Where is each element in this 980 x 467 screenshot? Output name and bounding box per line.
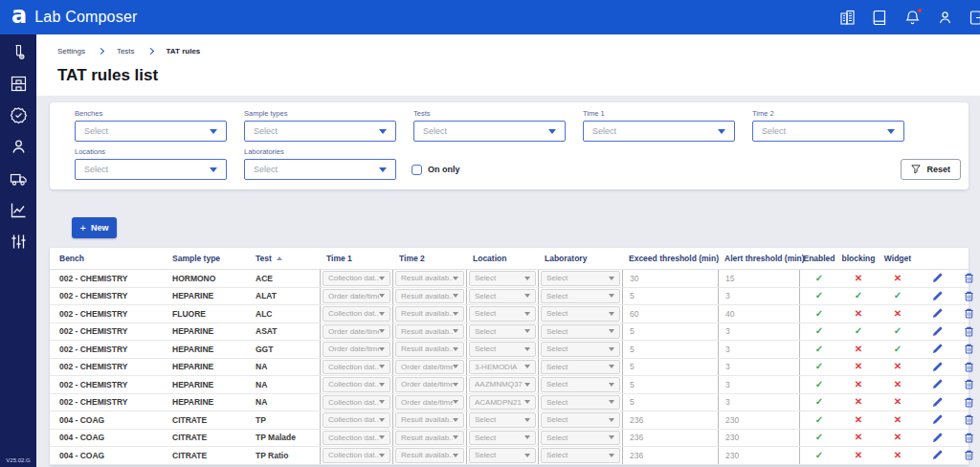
enabled-cell: ✓ (800, 451, 838, 460)
filters-row-1: Benches Select Sample types Select Tests… (75, 109, 969, 142)
filter-select[interactable]: Select (244, 159, 396, 180)
time2-value: Result availab... (401, 327, 453, 336)
column-header-test[interactable]: Test (246, 254, 320, 263)
time1-select: Collection dat... (323, 412, 390, 428)
edit-pencil-icon[interactable] (932, 433, 943, 443)
delete-trash-icon[interactable] (964, 414, 974, 425)
notifications-bell-icon[interactable] (904, 10, 921, 26)
widget-cell: ✓ (879, 345, 917, 354)
time1-cell: Collection dat... (320, 376, 392, 393)
filter-select[interactable]: Select (75, 159, 227, 180)
edit-pencil-icon[interactable] (932, 273, 943, 283)
sidebar-item-users[interactable] (10, 138, 28, 156)
laboratory-cell: Select (538, 305, 622, 322)
organization-icon[interactable] (839, 10, 856, 26)
edit-pencil-icon[interactable] (932, 450, 943, 460)
edit-pencil-icon[interactable] (932, 362, 943, 372)
delete-trash-icon[interactable] (964, 450, 974, 460)
time2-select: Result availab... (395, 289, 464, 304)
chevron-down-icon (453, 294, 458, 298)
filter-select[interactable]: Select (413, 121, 566, 142)
column-header-alert-threshold: Alert threshold (min) (718, 254, 800, 263)
sidebar-item-logistics[interactable] (10, 169, 28, 188)
filter-select[interactable]: Select (583, 121, 735, 142)
chevron-right-icon (147, 47, 154, 54)
column-header-widget: Widget (879, 254, 917, 263)
logout-icon[interactable] (969, 10, 980, 26)
exceed-threshold-cell: 5 (622, 359, 718, 376)
edit-pencil-icon[interactable] (932, 308, 943, 319)
sidebar-item-settings-sliders[interactable] (10, 233, 28, 251)
sidebar-item-statistics[interactable] (10, 201, 28, 219)
breadcrumb-tests[interactable]: Tests (117, 47, 135, 56)
time2-cell: Result availab... (392, 341, 466, 358)
blocking-cell: ✕ (838, 309, 879, 319)
chevron-down-icon (379, 167, 387, 172)
delete-trash-icon[interactable] (964, 273, 974, 283)
delete-trash-icon[interactable] (964, 397, 974, 408)
time1-cell: Collection dat... (320, 270, 392, 287)
user-icon[interactable] (937, 10, 953, 26)
enabled-cell: ✓ (800, 433, 838, 442)
location-value: Select (475, 292, 524, 300)
edit-pencil-icon[interactable] (932, 344, 943, 354)
bench-cell: 002 - CHEMISTRY (50, 397, 163, 407)
location-value: Select (475, 327, 524, 336)
filter-select[interactable]: Select (752, 121, 904, 142)
blocking-flag-icon: ✕ (855, 432, 862, 442)
reset-filters-button[interactable]: Reset (901, 159, 961, 180)
sidebar-item-storage[interactable] (10, 75, 28, 93)
alert-threshold-cell: 3 (718, 323, 800, 341)
edit-pencil-icon[interactable] (932, 379, 943, 389)
logged-in-user: Amandine CHU (935, 33, 978, 40)
filter-funnel-icon (911, 165, 921, 174)
edit-pencil-icon[interactable] (932, 291, 943, 301)
row-actions (917, 414, 974, 425)
delete-trash-icon[interactable] (964, 344, 974, 354)
delete-trash-icon[interactable] (964, 379, 974, 389)
delete-trash-icon[interactable] (964, 308, 974, 319)
on-only-checkbox[interactable] (412, 165, 422, 175)
filter-field: Laboratories Select (244, 147, 396, 180)
delete-trash-icon[interactable] (964, 326, 974, 337)
sidebar-item-quality-control[interactable] (10, 106, 28, 124)
time2-value: Order date/time (401, 363, 453, 371)
laboratory-select: Select (541, 431, 620, 446)
row-actions (917, 362, 974, 372)
time2-select: Result availab... (395, 271, 464, 286)
enabled-flag-icon: ✓ (815, 414, 823, 425)
widget-cell: ✕ (879, 397, 917, 407)
filter-select[interactable]: Select (244, 121, 396, 142)
laboratory-cell: Select (538, 394, 622, 411)
time1-select: Collection dat... (323, 377, 390, 392)
location-select: AAZMNMQ37 (469, 377, 536, 392)
time1-value: Collection dat... (328, 415, 379, 424)
time1-value: Collection dat... (328, 398, 379, 407)
delete-trash-icon[interactable] (964, 291, 974, 301)
edit-pencil-icon[interactable] (932, 414, 943, 425)
sample-type-cell: HEPARINE (163, 380, 246, 389)
laboratory-value: Select (546, 327, 609, 336)
delete-trash-icon[interactable] (964, 362, 974, 372)
laboratory-cell: Select (538, 430, 622, 447)
delete-trash-icon[interactable] (964, 433, 974, 443)
new-rule-button[interactable]: + New (72, 217, 117, 238)
breadcrumb-settings[interactable]: Settings (57, 47, 85, 56)
filter-select[interactable]: Select (75, 121, 227, 142)
filter-field: Tests Select (413, 109, 566, 142)
filter-field: Benches Select (75, 109, 227, 142)
catalog-icon[interactable] (872, 10, 888, 26)
edit-pencil-icon[interactable] (932, 397, 943, 408)
sidebar-item-lab-tests[interactable] (10, 43, 28, 61)
time1-value: Collection dat... (328, 380, 379, 389)
enabled-flag-icon: ✓ (815, 396, 823, 407)
chevron-down-icon (609, 312, 614, 316)
chevron-down-icon (453, 329, 458, 333)
alert-threshold-cell: 230 (718, 447, 800, 464)
location-value: 3-HEMODIA (475, 363, 524, 371)
location-value: Select (475, 415, 524, 424)
filters-panel: Benches Select Sample types Select Tests… (50, 102, 969, 189)
location-select: Select (469, 289, 536, 304)
table-row: 002 - CHEMISTRY HEPARINE ASAT Order date… (50, 323, 969, 342)
edit-pencil-icon[interactable] (932, 326, 943, 337)
